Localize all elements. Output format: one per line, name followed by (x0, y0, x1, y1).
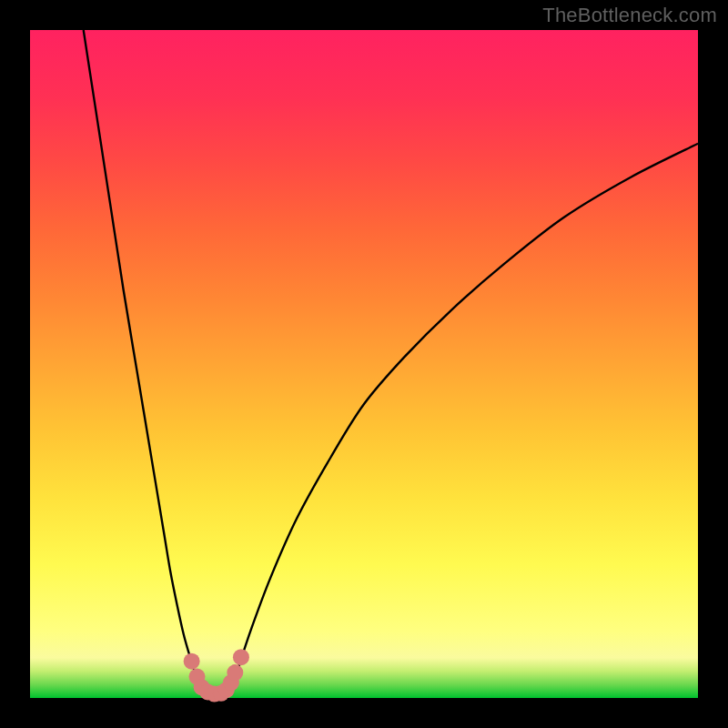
curve-left-branch (84, 30, 204, 690)
highlight-dot (227, 664, 243, 681)
outer-frame: TheBottleneck.com (0, 0, 728, 728)
watermark-text: TheBottleneck.com (542, 4, 717, 27)
highlight-dot (184, 653, 200, 670)
highlight-dots (184, 649, 249, 702)
curve-right-branch (230, 144, 698, 688)
curve-layer (30, 30, 698, 698)
highlight-dot (233, 649, 249, 665)
